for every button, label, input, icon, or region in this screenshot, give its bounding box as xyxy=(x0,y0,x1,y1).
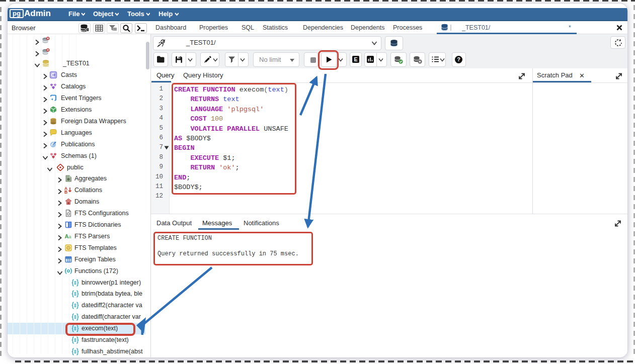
svg-text:A: A xyxy=(65,233,69,239)
svg-text:a: a xyxy=(69,234,72,239)
svg-text:B: B xyxy=(64,190,67,194)
